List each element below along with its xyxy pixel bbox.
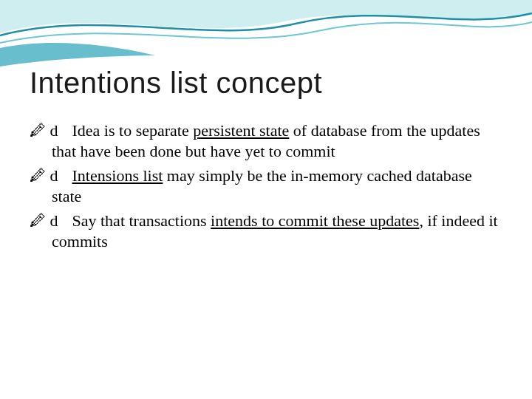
list-item: dIntensions list may simply be the in-me… xyxy=(30,166,502,206)
bullet-text: Intensions list may simply be the in-mem… xyxy=(52,166,472,205)
list-item: dSay that transactions intends to commit… xyxy=(30,211,502,251)
slide-title: Intentions list concept xyxy=(30,66,502,100)
bullet-icon: d xyxy=(50,211,72,231)
list-item: dIdea is to separate persistent state of… xyxy=(30,120,502,161)
bullet-list: dIdea is to separate persistent state of… xyxy=(30,120,502,251)
slide-content: Intentions list concept dIdea is to sepa… xyxy=(0,0,532,285)
bullet-icon: d xyxy=(50,166,72,186)
bullet-icon: d xyxy=(50,120,72,141)
bullet-text: Say that transactions intends to commit … xyxy=(52,211,498,250)
bullet-text: Idea is to separate persistent state of … xyxy=(52,121,480,160)
